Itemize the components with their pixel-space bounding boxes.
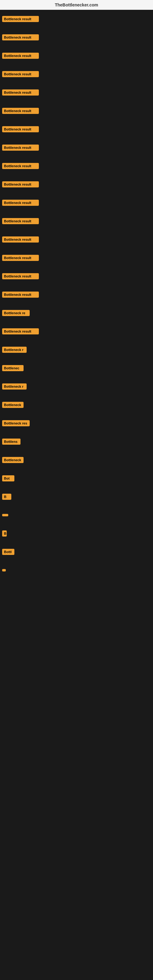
row-spacer	[2, 43, 151, 49]
bottleneck-row[interactable]: Bottleneck re	[2, 307, 151, 319]
row-spacer	[2, 25, 151, 31]
bottleneck-badge: Bottlenec	[2, 365, 24, 371]
bottleneck-row[interactable]: Bottleneck result	[2, 13, 151, 25]
row-spacer	[2, 503, 151, 509]
bottleneck-row[interactable]: Bottleneck r	[2, 380, 151, 393]
row-spacer	[2, 301, 151, 307]
bottleneck-row[interactable]: Bottleneck result	[2, 197, 151, 209]
bottleneck-row[interactable]: Bottleneck result	[2, 160, 151, 172]
row-spacer	[2, 117, 151, 123]
bottleneck-badge: Bottleneck result	[2, 200, 39, 206]
bottleneck-row[interactable]: Bottleneck result	[2, 270, 151, 282]
row-spacer	[2, 227, 151, 233]
bottleneck-badge: Bottleneck	[2, 457, 24, 463]
row-spacer	[2, 485, 151, 491]
bottleneck-row[interactable]: Bottleneck result	[2, 233, 151, 246]
row-spacer	[2, 374, 151, 380]
bottleneck-badge: Bottleneck res	[2, 420, 30, 426]
bottleneck-badge: Bottleneck result	[2, 89, 39, 95]
row-spacer	[2, 264, 151, 270]
bottleneck-badge: Bottleneck result	[2, 52, 39, 59]
bottleneck-badge: Bottleneck result	[2, 145, 39, 151]
bottleneck-badge: Bottleneck r	[2, 383, 27, 390]
row-spacer	[2, 411, 151, 417]
bottleneck-row[interactable]: Bottleneck result	[2, 142, 151, 154]
bottleneck-row[interactable]: B	[2, 527, 151, 539]
bottleneck-badge: Bottleneck result	[2, 236, 39, 243]
bottleneck-row[interactable]: Bottlenec	[2, 362, 151, 374]
bottleneck-row[interactable]: Bottleneck res	[2, 417, 151, 430]
bottleneck-row[interactable]	[2, 564, 151, 576]
bottleneck-badge: Bottleneck	[2, 402, 24, 408]
row-spacer	[2, 209, 151, 215]
bottleneck-row[interactable]: Bottleneck r	[2, 344, 151, 356]
bottleneck-badge: Bot	[2, 475, 14, 481]
site-title: TheBottlenecker.com	[55, 2, 98, 7]
bottleneck-row[interactable]: Bottleneck result	[2, 215, 151, 227]
bottleneck-row[interactable]: Bottleneck result	[2, 49, 151, 62]
row-spacer	[2, 172, 151, 178]
bottleneck-badge: Bottleneck result	[2, 255, 39, 261]
bottleneck-badge: Bottleneck result	[2, 126, 39, 132]
bottleneck-badge: Bottleneck result	[2, 163, 39, 169]
content-area: Bottleneck resultBottleneck resultBottle…	[0, 10, 153, 585]
bottleneck-row[interactable]: Bottleneck result	[2, 68, 151, 80]
bottleneck-badge: Bottleneck re	[2, 310, 30, 316]
bottleneck-badge: Bottleneck result	[2, 273, 39, 279]
bottleneck-badge: Bottleneck result	[2, 328, 39, 334]
bottleneck-badge	[2, 514, 8, 516]
row-spacer	[2, 576, 151, 582]
row-spacer	[2, 246, 151, 252]
bottleneck-badge: Bottleneck result	[2, 71, 39, 77]
bottleneck-row[interactable]: Bottleneck result	[2, 178, 151, 191]
bottleneck-badge: Bottleneck result	[2, 291, 39, 298]
row-spacer	[2, 558, 151, 564]
bottleneck-row[interactable]: B	[2, 491, 151, 503]
bottleneck-badge: Bottleneck result	[2, 16, 39, 22]
bottleneck-row[interactable]	[2, 509, 151, 521]
bottleneck-badge: Bottleneck r	[2, 347, 27, 353]
bottleneck-badge: B	[2, 530, 7, 536]
bottleneck-badge: Bottleneck result	[2, 108, 39, 114]
bottleneck-row[interactable]: Bottl	[2, 546, 151, 558]
bottleneck-row[interactable]: Bottleneck result	[2, 86, 151, 99]
bottleneck-row[interactable]: Bottleneck result	[2, 288, 151, 301]
bottleneck-badge: B	[2, 494, 11, 500]
bottleneck-badge: Bottlens	[2, 439, 21, 445]
row-spacer	[2, 521, 151, 527]
bottleneck-row[interactable]: Bottleneck result	[2, 105, 151, 117]
row-spacer	[2, 430, 151, 436]
row-spacer	[2, 356, 151, 362]
row-spacer	[2, 80, 151, 86]
row-spacer	[2, 466, 151, 472]
bottleneck-badge	[2, 569, 6, 571]
row-spacer	[2, 135, 151, 142]
row-spacer	[2, 337, 151, 344]
row-spacer	[2, 448, 151, 454]
bottleneck-row[interactable]: Bottleneck result	[2, 31, 151, 43]
bottleneck-row[interactable]: Bottleneck	[2, 454, 151, 466]
row-spacer	[2, 154, 151, 160]
row-spacer	[2, 62, 151, 68]
site-header: TheBottlenecker.com	[0, 0, 153, 10]
row-spacer	[2, 99, 151, 105]
bottleneck-row[interactable]: Bottleneck result	[2, 123, 151, 135]
bottleneck-badge: Bottleneck result	[2, 218, 39, 224]
bottleneck-badge: Bottleneck result	[2, 34, 39, 40]
row-spacer	[2, 191, 151, 197]
row-spacer	[2, 319, 151, 325]
bottleneck-badge: Bottleneck result	[2, 181, 39, 188]
row-spacer	[2, 393, 151, 399]
bottleneck-row[interactable]: Bot	[2, 472, 151, 485]
bottleneck-row[interactable]: Bottleneck	[2, 399, 151, 411]
bottleneck-row[interactable]: Bottlens	[2, 436, 151, 448]
row-spacer	[2, 282, 151, 288]
row-spacer	[2, 539, 151, 546]
bottleneck-row[interactable]: Bottleneck result	[2, 325, 151, 337]
bottleneck-badge: Bottl	[2, 549, 14, 555]
bottleneck-row[interactable]: Bottleneck result	[2, 252, 151, 264]
